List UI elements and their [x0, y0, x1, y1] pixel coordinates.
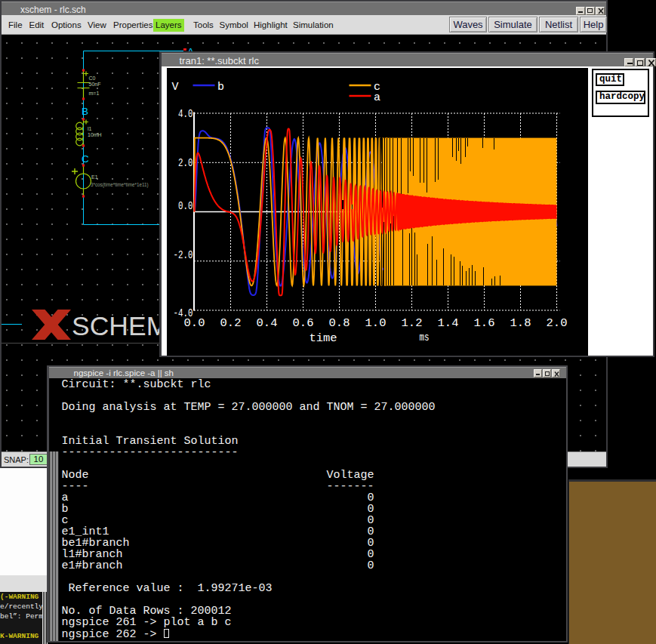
svg-text:0.8: 0.8: [328, 316, 350, 330]
svg-text:time: time: [309, 331, 337, 345]
svg-text:4.0: 4.0: [177, 107, 192, 120]
svg-text:b: b: [217, 81, 224, 94]
svg-text:0.4: 0.4: [256, 316, 277, 330]
svg-text:2.0: 2.0: [177, 157, 192, 170]
svg-text:0.6: 0.6: [292, 316, 313, 330]
svg-text:l1: l1: [88, 126, 92, 131]
svg-text:SCHEM: SCHEM: [72, 311, 168, 341]
svg-text:0.2: 0.2: [220, 316, 241, 330]
svg-text:3*cos(time*time*time*1e11): 3*cos(time*time*time*1e11): [91, 182, 149, 188]
svg-text:2.0: 2.0: [546, 316, 567, 330]
svg-text:0.0: 0.0: [177, 199, 192, 212]
svg-text:B: B: [82, 106, 88, 117]
svg-text:1.2: 1.2: [401, 316, 422, 330]
svg-text:C0: C0: [89, 75, 96, 81]
svg-text:1.4: 1.4: [437, 316, 458, 330]
svg-text:-2.0: -2.0: [173, 248, 192, 261]
svg-text:10mH: 10mH: [88, 132, 102, 137]
svg-text:50nF: 50nF: [89, 82, 101, 87]
svg-text:C: C: [82, 153, 89, 165]
svg-text:1.6: 1.6: [473, 316, 494, 330]
svg-text:ms: ms: [419, 331, 429, 344]
svg-text:0.0: 0.0: [183, 316, 205, 330]
svg-text:V: V: [171, 81, 178, 94]
svg-text:E1: E1: [91, 174, 98, 180]
svg-text:m=1: m=1: [89, 91, 100, 96]
svg-text:a: a: [374, 91, 380, 104]
svg-text:1.0: 1.0: [365, 316, 386, 330]
svg-text:1.8: 1.8: [510, 316, 531, 330]
